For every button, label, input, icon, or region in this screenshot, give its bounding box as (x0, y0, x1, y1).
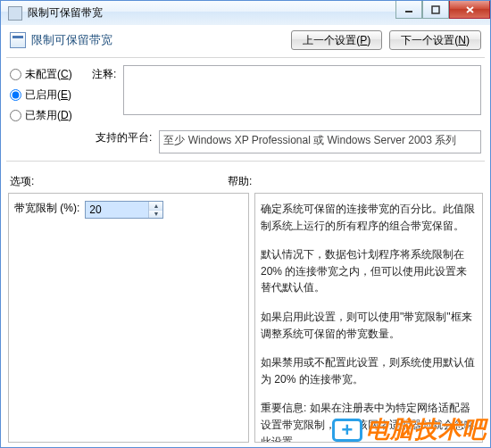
bandwidth-limit-input[interactable] (86, 202, 148, 218)
radio-enabled-label: 已启用( (25, 88, 61, 101)
help-text: 如果禁用或不配置此设置，则系统使用默认值为 20% 的连接带宽。 (261, 354, 477, 387)
radio-disabled-ak: D (61, 109, 69, 121)
next-ak: N (458, 34, 466, 46)
policy-header: 限制可保留带宽 上一个设置(P) 下一个设置(N) (6, 25, 485, 55)
comment-label: 注释: (92, 65, 116, 82)
window-titlebar: 限制可保留带宽 (1, 0, 490, 25)
minimize-button[interactable] (395, 1, 422, 19)
next-label: 下一个设置( (401, 34, 458, 46)
divider (6, 57, 485, 58)
platform-value: 至少 Windows XP Professional 或 Windows Ser… (159, 130, 481, 153)
prev-suffix: ) (367, 34, 370, 46)
radio-unconfigured-ak: C (61, 68, 69, 80)
next-suffix: ) (466, 34, 470, 46)
help-text: 如果启用此设置，则可以使用"带宽限制"框来调整系统可保留的带宽数量。 (261, 309, 477, 342)
divider-2 (6, 161, 485, 162)
help-text: 默认情况下，数据包计划程序将系统限制在 20% 的连接带宽之内，但可以使用此设置… (261, 246, 477, 296)
radio-disabled[interactable]: 已禁用(D) (10, 108, 81, 123)
app-icon (8, 6, 22, 21)
help-panel[interactable]: 确定系统可保留的连接带宽的百分比。此值限制系统上运行的所有程序的组合带宽保留。 … (254, 193, 483, 443)
radio-enabled[interactable]: 已启用(E) (10, 87, 81, 103)
radio-unconfigured-input[interactable] (10, 69, 21, 80)
radio-unconfigured[interactable]: 未配置(C) (10, 67, 81, 82)
comment-textarea[interactable] (123, 65, 481, 115)
bandwidth-limit-spinner[interactable]: ▲ ▼ (85, 201, 163, 219)
radio-unconfigured-suffix: ) (69, 68, 72, 80)
radio-disabled-suffix: ) (69, 109, 72, 121)
options-panel: 带宽限制 (%): ▲ ▼ (8, 193, 249, 443)
help-text: 确定系统可保留的连接带宽的百分比。此值限制系统上运行的所有程序的组合带宽保留。 (261, 201, 477, 234)
maximize-button[interactable] (422, 1, 449, 19)
spinner-up-icon[interactable]: ▲ (149, 202, 162, 211)
spinner-down-icon[interactable]: ▼ (149, 211, 162, 219)
options-label: 选项: (10, 174, 228, 189)
radio-disabled-label: 已禁用( (25, 109, 61, 121)
radio-enabled-input[interactable] (10, 89, 21, 101)
help-text: 重要信息: 如果在注册表中为特定网络适配器设置带宽限制，配置该网络适配器时就会忽… (261, 400, 477, 443)
radio-unconfigured-label: 未配置( (25, 68, 61, 80)
window-title: 限制可保留带宽 (28, 5, 103, 21)
policy-title: 限制可保留带宽 (31, 32, 112, 48)
help-label: 帮助: (228, 174, 252, 189)
bandwidth-limit-label: 带宽限制 (%): (14, 201, 79, 216)
prev-setting-button[interactable]: 上一个设置(P) (291, 30, 382, 50)
radio-enabled-ak: E (61, 88, 68, 101)
radio-disabled-input[interactable] (10, 110, 21, 121)
prev-label: 上一个设置( (303, 34, 360, 46)
state-radio-group: 未配置(C) 已启用(E) 已禁用(D) (10, 65, 81, 123)
policy-icon (10, 32, 26, 48)
svg-rect-0 (432, 6, 439, 13)
platform-label: 支持的平台: (96, 130, 152, 145)
window-controls (395, 1, 490, 19)
next-setting-button[interactable]: 下一个设置(N) (389, 30, 481, 50)
close-button[interactable] (449, 1, 490, 19)
radio-enabled-suffix: ) (68, 88, 71, 101)
